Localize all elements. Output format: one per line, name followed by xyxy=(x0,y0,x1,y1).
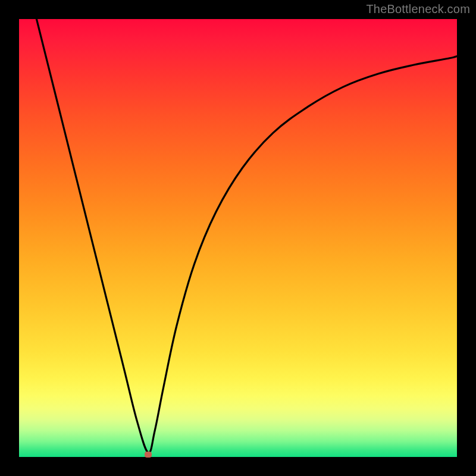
watermark-text: TheBottleneck.com xyxy=(366,2,470,16)
bottleneck-curve xyxy=(19,19,457,457)
plot-area xyxy=(19,19,457,457)
chart-frame: TheBottleneck.com xyxy=(0,0,476,476)
minimum-marker xyxy=(145,452,152,458)
curve-path xyxy=(36,19,457,453)
